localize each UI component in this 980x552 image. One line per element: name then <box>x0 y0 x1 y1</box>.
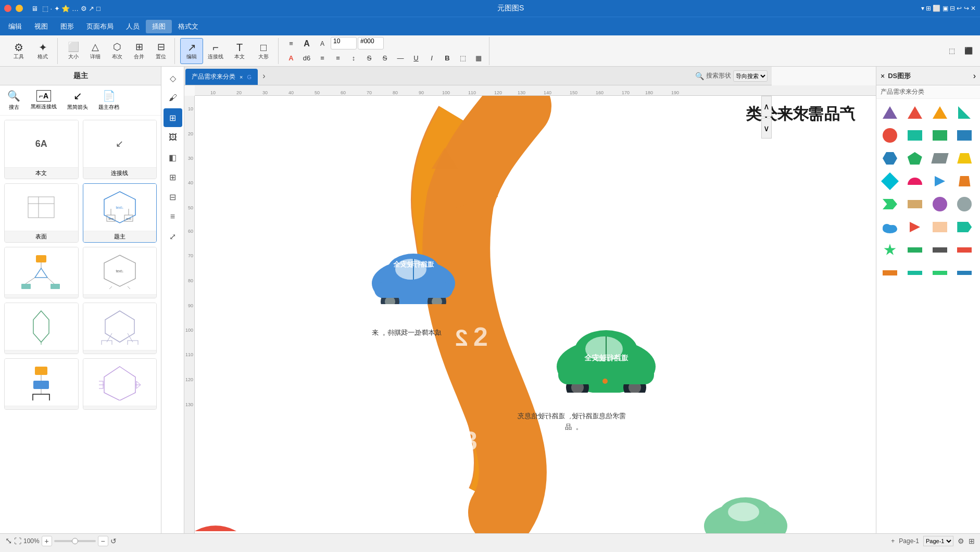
blue-car[interactable]: 道路行驶安全 <box>367 236 460 306</box>
fullscreen-icon[interactable]: ⛶ <box>14 537 21 545</box>
tool-resize[interactable]: ⤢ <box>164 227 182 246</box>
shape-peach-rect[interactable] <box>929 217 950 237</box>
menu-page-layout[interactable]: 页面布局 <box>80 20 120 33</box>
shape-red-circle[interactable] <box>880 125 900 146</box>
shape-gray-circle[interactable] <box>954 194 975 215</box>
list2-button[interactable]: ≡ <box>331 52 345 65</box>
extra-btn1[interactable]: ⬚ <box>945 44 959 58</box>
shape-red-tri[interactable] <box>904 102 925 123</box>
zoom-slider-thumb[interactable] <box>72 538 78 544</box>
canvas-tab-active[interactable]: 产品需求来分类 × G <box>185 69 258 85</box>
toolbar-merge-button[interactable]: ⊞ 合并 <box>129 38 149 64</box>
template-connector[interactable]: ↙ 连接线 <box>83 120 157 179</box>
shape-red-arrow-right[interactable] <box>904 217 925 237</box>
canvas-content[interactable]: 产品需求来分类 1 2 3 <box>195 96 876 533</box>
shape-teal-rect[interactable] <box>904 125 925 146</box>
search-dropdown[interactable]: 导向搜索 <box>733 70 768 82</box>
shape-blue-arrow[interactable] <box>929 171 950 192</box>
shape-green-rect[interactable] <box>929 125 950 146</box>
template-table[interactable]: 表面 <box>4 183 79 243</box>
shape-tan-rect[interactable] <box>904 194 925 215</box>
toolbar-tool-button[interactable]: ⚙ 工具 <box>7 38 30 64</box>
reset-view-icon[interactable]: ↺ <box>110 537 117 545</box>
shape-gray-para[interactable] <box>929 148 950 169</box>
font-size-a-button[interactable]: A <box>315 37 330 51</box>
shape-blue-bar[interactable] <box>954 262 975 283</box>
bold-button[interactable]: B <box>440 52 455 65</box>
zoom-slider[interactable] <box>54 540 96 542</box>
template-flow4[interactable] <box>83 303 157 354</box>
tool-template[interactable]: ⊟ <box>164 187 182 206</box>
shape-blue-cloud[interactable] <box>880 217 900 237</box>
border-button[interactable]: ⬚ <box>456 52 470 65</box>
font-color-button[interactable]: A <box>284 52 298 65</box>
template-flow6[interactable] <box>83 358 157 410</box>
strikethrough2-button[interactable]: S <box>378 52 392 65</box>
tab-close-icon[interactable]: × <box>240 74 243 80</box>
menu-shapes[interactable]: 图形 <box>54 20 80 33</box>
sidebar-connector-item[interactable]: ⌐A 黑框连接线 <box>28 88 60 112</box>
shape-green-star[interactable] <box>880 240 900 260</box>
tool-shapes[interactable]: ⊞ <box>164 108 182 127</box>
sidebar-arrow-item[interactable]: ↙ 黑简箭头 <box>64 87 91 113</box>
tool-layers[interactable]: ◧ <box>164 148 182 167</box>
right-panel-more-button[interactable]: › <box>973 71 976 81</box>
shape-teal-bar[interactable] <box>904 262 925 283</box>
right-panel-close-button[interactable]: × <box>881 72 885 80</box>
grid-view-icon[interactable]: ⊞ <box>969 537 975 545</box>
font-color-select[interactable]: #000 <box>358 37 384 49</box>
template-flow5[interactable] <box>4 358 79 410</box>
shape-yellow-trap[interactable] <box>954 148 975 169</box>
add-page-button[interactable]: + <box>891 537 895 545</box>
green-car[interactable]: 道路行驶安全 <box>549 309 663 395</box>
extra-btn2[interactable]: ⬛ <box>961 44 976 58</box>
shape-blue-hex[interactable] <box>880 148 900 169</box>
shape-blue-rect[interactable] <box>954 125 975 146</box>
shape-cyan-diamond[interactable] <box>880 171 900 192</box>
tool-paint[interactable]: 🖌 <box>164 89 182 107</box>
menu-people[interactable]: 人员 <box>120 20 146 33</box>
shape-purple-tri[interactable] <box>880 102 900 123</box>
tool-image[interactable]: 🖼 <box>164 128 182 147</box>
tab-more-button[interactable]: › <box>259 67 269 85</box>
toolbar-edit-button[interactable]: ↗ 编辑 <box>180 38 203 64</box>
toolbar-detail-button[interactable]: △ 详细 <box>85 38 106 64</box>
menu-view[interactable]: 视图 <box>28 20 54 33</box>
italic-button[interactable]: I <box>424 52 439 65</box>
shape-teal-arrow-right[interactable] <box>954 217 975 237</box>
panel-scroll-up[interactable]: ∧ <box>761 96 772 117</box>
toolbar-connector-button[interactable]: ⌐ 连接线 <box>204 38 227 64</box>
sidebar-search-item[interactable]: 🔍 搜古 <box>4 87 23 113</box>
tool-table[interactable]: ⊞ <box>164 168 182 186</box>
template-text[interactable]: 6A 本文 <box>4 120 79 179</box>
align-left-button[interactable]: ≡ <box>284 37 298 51</box>
shape-red-bar[interactable] <box>954 240 975 260</box>
tool-select[interactable]: ◇ <box>164 69 182 87</box>
settings-icon[interactable]: ⚙ <box>958 537 964 545</box>
toolbar-layout-button[interactable]: ⬡ 布次 <box>107 38 128 64</box>
shape-pink-semi[interactable] <box>904 171 925 192</box>
shape-orange-trap[interactable] <box>954 171 975 192</box>
close-button[interactable] <box>4 5 11 12</box>
template-flow2[interactable]: text↓ <box>83 247 157 298</box>
toolbar-size-button[interactable]: ⬜ 大小 <box>63 38 84 64</box>
page-select[interactable]: Page-1 <box>923 536 953 546</box>
shape-green-chevron[interactable] <box>880 194 900 215</box>
strikethrough-button[interactable]: S <box>362 52 376 65</box>
more-button[interactable]: ▦ <box>471 52 486 65</box>
zoom-in-button[interactable]: + <box>42 536 52 546</box>
font-size-A-button[interactable]: A <box>299 37 314 51</box>
shape-green-pent[interactable] <box>904 148 925 169</box>
right-panel-search-icon[interactable]: 🔍 <box>695 72 704 80</box>
shape-green-bar2[interactable] <box>929 262 950 283</box>
shape-dark-bar[interactable] <box>929 240 950 260</box>
window-controls[interactable]: ▾ ⊞ ⬜ ▣ ⊟ ↩ ↪ ✕ <box>921 5 976 12</box>
shape-purple-circle[interactable] <box>929 194 950 215</box>
template-flow1[interactable] <box>4 247 79 298</box>
font-size-select[interactable]: 10 <box>331 37 357 49</box>
panel-scroll-down[interactable]: ∨ <box>761 118 772 139</box>
tool-list[interactable]: ≡ <box>164 207 182 226</box>
text-height-button[interactable]: ↕ <box>346 52 361 65</box>
shape-orange-bar[interactable] <box>880 262 900 283</box>
toolbar-shape-button[interactable]: □ 大形 <box>252 38 275 64</box>
